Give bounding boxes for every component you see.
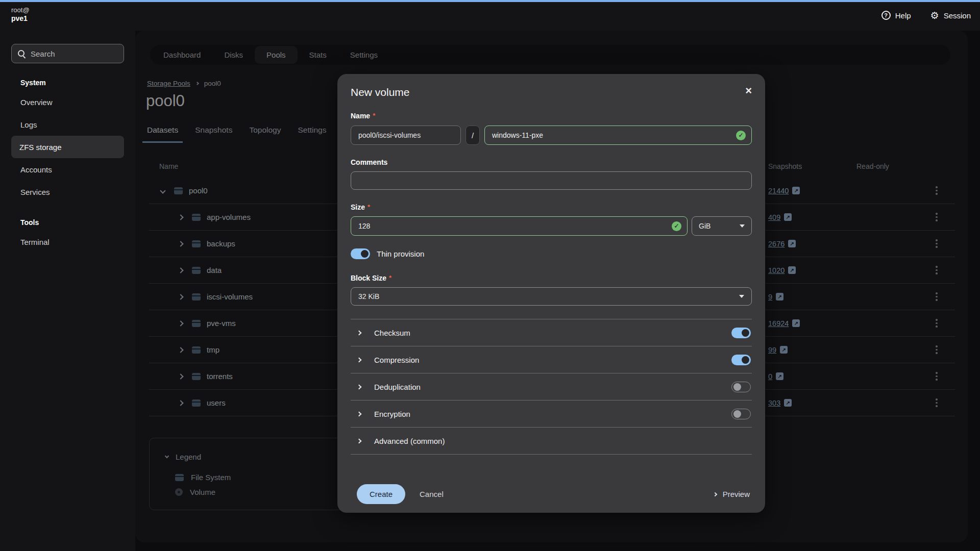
name-prefix-input[interactable] <box>351 126 461 145</box>
name-label: Name * <box>351 112 752 120</box>
chevron-right-icon <box>713 492 717 496</box>
logged-in-user: root@ <box>11 6 30 14</box>
sidebar-section-title-tools: Tools <box>20 218 135 227</box>
modal-sections: ChecksumCompressionDeduplicationEncrypti… <box>351 319 752 455</box>
hostname: pve1 <box>11 14 30 23</box>
sidebar-item-overview[interactable]: Overview <box>0 91 135 113</box>
size-label: Size * <box>351 203 752 211</box>
section-compression[interactable]: Compression <box>351 346 752 373</box>
section-label: Advanced (common) <box>374 437 445 445</box>
gear-icon: ⚙ <box>930 11 939 20</box>
search-icon <box>18 50 26 58</box>
chevron-right-icon <box>357 438 362 443</box>
accent-top-bar <box>0 0 980 2</box>
caret-down-icon <box>739 295 744 298</box>
preview-button[interactable]: Preview <box>714 490 752 498</box>
session-label: Session <box>944 11 971 20</box>
chevron-right-icon <box>357 384 362 389</box>
new-volume-modal: New volume × Name * / ✓ Comments Size * … <box>337 74 765 513</box>
sidebar-item-terminal[interactable]: Terminal <box>0 231 135 253</box>
required-marker: * <box>389 274 391 281</box>
size-row: ✓ GiB <box>351 216 752 236</box>
help-icon: ? <box>881 11 891 20</box>
header-actions: ? Help ⚙ Session <box>881 0 971 31</box>
block-size-value: 32 KiB <box>358 292 379 300</box>
sidebar-item-services[interactable]: Services <box>0 181 135 203</box>
app-header: root@ pve1 ? Help ⚙ Session <box>0 0 980 31</box>
toggle-checksum[interactable] <box>731 328 751 338</box>
sidebar: Search SystemOverviewLogsZFS storageAcco… <box>0 31 135 551</box>
size-value-wrap: ✓ <box>351 216 688 236</box>
thin-provision-toggle[interactable] <box>351 248 370 259</box>
valid-check-icon: ✓ <box>672 221 681 231</box>
required-marker: * <box>373 112 375 119</box>
sidebar-item-accounts[interactable]: Accounts <box>0 158 135 181</box>
size-input[interactable] <box>351 216 688 236</box>
modal-title: New volume <box>351 86 752 98</box>
search-placeholder: Search <box>31 49 55 58</box>
valid-check-icon: ✓ <box>736 131 746 140</box>
preview-label: Preview <box>723 490 750 498</box>
section-advanced-common[interactable]: Advanced (common) <box>351 428 752 455</box>
name-value-wrap: ✓ <box>484 126 752 145</box>
required-marker: * <box>368 203 370 210</box>
size-unit-value: GiB <box>699 222 710 230</box>
section-label: Compression <box>374 356 419 364</box>
thin-provision-label: Thin provision <box>377 249 424 258</box>
close-icon[interactable]: × <box>745 85 752 96</box>
sidebar-item-logs[interactable]: Logs <box>0 113 135 136</box>
cancel-button[interactable]: Cancel <box>420 490 444 498</box>
comments-label: Comments <box>351 158 752 166</box>
section-label: Deduplication <box>374 383 421 391</box>
comments-input[interactable] <box>351 171 752 190</box>
modal-footer: Create Cancel Preview <box>351 484 752 504</box>
volume-name-input[interactable] <box>484 126 752 145</box>
sidebar-nav: SystemOverviewLogsZFS storageAccountsSer… <box>0 79 135 253</box>
help-label: Help <box>895 11 911 20</box>
host-block: root@ pve1 <box>11 6 30 23</box>
name-row: / ✓ <box>351 126 752 145</box>
toggle-encryption[interactable] <box>731 409 751 419</box>
create-button[interactable]: Create <box>357 484 405 504</box>
name-separator: / <box>465 126 480 145</box>
sidebar-section-title-system: System <box>20 79 135 87</box>
toggle-deduplication[interactable] <box>731 382 751 392</box>
thin-provision-row: Thin provision <box>351 248 752 259</box>
sidebar-item-zfs-storage[interactable]: ZFS storage <box>11 136 124 158</box>
chevron-right-icon <box>357 411 362 416</box>
section-encryption[interactable]: Encryption <box>351 400 752 428</box>
block-size-label: Block Size * <box>351 274 752 282</box>
section-label: Encryption <box>374 410 410 418</box>
section-deduplication[interactable]: Deduplication <box>351 373 752 400</box>
search-input[interactable]: Search <box>11 44 124 63</box>
chevron-right-icon <box>357 330 362 335</box>
chevron-right-icon <box>357 357 362 362</box>
block-size-select[interactable]: 32 KiB <box>351 287 752 306</box>
caret-down-icon <box>740 224 745 228</box>
section-checksum[interactable]: Checksum <box>351 319 752 346</box>
section-label: Checksum <box>374 329 410 337</box>
session-button[interactable]: ⚙ Session <box>930 11 971 20</box>
help-button[interactable]: ? Help <box>881 11 911 20</box>
size-unit-select[interactable]: GiB <box>692 216 752 236</box>
toggle-compression[interactable] <box>731 355 751 365</box>
